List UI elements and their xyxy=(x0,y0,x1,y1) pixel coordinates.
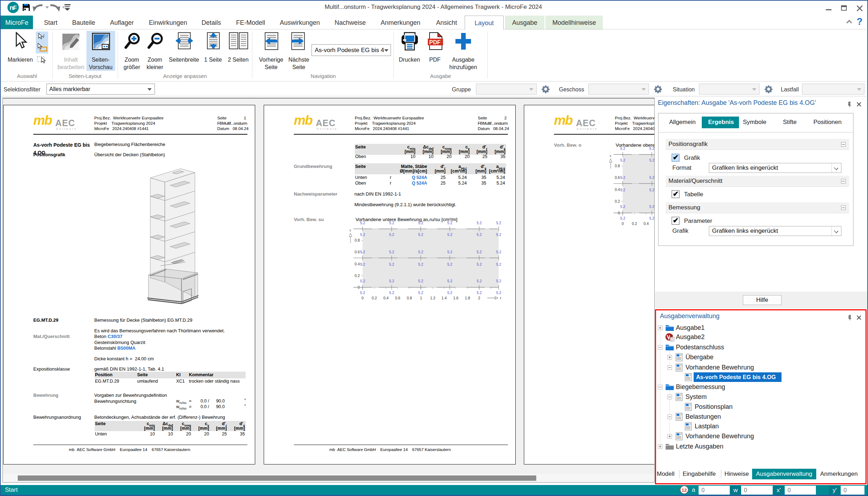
svg-text:5.2: 5.2 xyxy=(620,216,625,220)
svg-text:0.4: 0.4 xyxy=(615,187,620,192)
svg-text:0.2: 0.2 xyxy=(615,199,620,203)
svg-text:5.2: 5.2 xyxy=(389,233,394,237)
svg-text:5.2: 5.2 xyxy=(360,250,365,254)
svg-text:1.4: 1.4 xyxy=(442,296,447,300)
svg-text:0.2: 0.2 xyxy=(632,221,637,226)
svg-text:1.8: 1.8 xyxy=(465,296,470,300)
svg-text:5.2: 5.2 xyxy=(620,205,625,209)
svg-text:1.2: 1.2 xyxy=(430,296,436,300)
svg-text:5.2: 5.2 xyxy=(418,233,423,237)
svg-text:0: 0 xyxy=(622,221,624,226)
svg-text:0.6: 0.6 xyxy=(354,250,360,254)
svg-text:0.6: 0.6 xyxy=(395,296,401,300)
svg-text:5.2: 5.2 xyxy=(389,291,394,295)
svg-text:5.2: 5.2 xyxy=(360,279,365,283)
svg-text:5.2: 5.2 xyxy=(649,176,654,180)
svg-text:0.8: 0.8 xyxy=(354,238,360,242)
svg-text:5.2: 5.2 xyxy=(620,147,625,151)
svg-text:5.2: 5.2 xyxy=(649,147,654,151)
svg-text:5.2: 5.2 xyxy=(447,279,452,283)
svg-text:5.2: 5.2 xyxy=(360,221,365,225)
svg-text:5.2: 5.2 xyxy=(496,221,501,225)
svg-text:0.8: 0.8 xyxy=(407,296,412,300)
svg-text:5.2: 5.2 xyxy=(447,291,452,295)
svg-text:5.2: 5.2 xyxy=(620,188,625,192)
svg-text:5.2: 5.2 xyxy=(418,279,423,283)
svg-text:5.2: 5.2 xyxy=(649,188,654,192)
svg-text:5.2: 5.2 xyxy=(418,250,423,254)
svg-text:5.2: 5.2 xyxy=(620,176,625,180)
svg-text:5.2: 5.2 xyxy=(477,279,482,283)
svg-text:s: s xyxy=(610,154,611,158)
svg-text:5.2: 5.2 xyxy=(496,263,501,266)
svg-text:5.2: 5.2 xyxy=(477,291,482,295)
svg-text:5.2: 5.2 xyxy=(496,291,501,295)
svg-text:Vorhandene untere Bewehrung as: Vorhandene untere Bewehrung as,ru/su [cm… xyxy=(355,217,457,222)
svg-text:5.2: 5.2 xyxy=(477,221,482,225)
svg-text:0.4: 0.4 xyxy=(644,221,649,226)
svg-text:5.2: 5.2 xyxy=(649,216,654,220)
svg-text:5.2: 5.2 xyxy=(477,263,482,266)
svg-text:5.2: 5.2 xyxy=(360,263,365,266)
svg-text:5.2: 5.2 xyxy=(620,158,625,162)
svg-text:0.4: 0.4 xyxy=(383,296,389,300)
svg-text:0.8: 0.8 xyxy=(615,164,620,168)
svg-text:PDF: PDF xyxy=(429,39,441,45)
svg-text:0.2: 0.2 xyxy=(354,274,360,278)
svg-text:5.2: 5.2 xyxy=(389,279,394,283)
svg-text:0.2: 0.2 xyxy=(372,296,377,300)
svg-text:5.2: 5.2 xyxy=(447,263,452,266)
svg-text:5.2: 5.2 xyxy=(496,250,501,254)
svg-text:5.2: 5.2 xyxy=(360,291,365,295)
svg-text:r: r xyxy=(500,296,502,300)
svg-text:1.6: 1.6 xyxy=(453,296,459,300)
svg-text:5.2: 5.2 xyxy=(649,205,654,209)
svg-text:5.2: 5.2 xyxy=(477,250,482,254)
svg-text:5.2: 5.2 xyxy=(447,221,452,225)
svg-text:5.2: 5.2 xyxy=(418,291,423,295)
svg-text:5.2: 5.2 xyxy=(496,233,501,237)
svg-text:0.6: 0.6 xyxy=(615,175,620,180)
svg-text:5.2: 5.2 xyxy=(389,263,394,266)
svg-text:s: s xyxy=(349,229,351,232)
svg-text:5.2: 5.2 xyxy=(389,221,394,225)
svg-text:5.2: 5.2 xyxy=(447,250,452,254)
svg-text:2: 2 xyxy=(478,296,480,300)
svg-text:1: 1 xyxy=(420,296,422,300)
svg-text:5.2: 5.2 xyxy=(496,279,501,283)
svg-text:5.2: 5.2 xyxy=(447,233,452,237)
svg-text:5.2: 5.2 xyxy=(418,263,423,266)
svg-text:5.2: 5.2 xyxy=(360,233,365,237)
svg-text:5.2: 5.2 xyxy=(389,250,394,254)
svg-text:5.2: 5.2 xyxy=(418,221,423,225)
svg-text:0: 0 xyxy=(362,296,364,300)
svg-text:i: i xyxy=(43,34,44,39)
svg-text:5.2: 5.2 xyxy=(477,233,482,237)
svg-text:0.4: 0.4 xyxy=(354,262,360,266)
svg-text:5.2: 5.2 xyxy=(649,158,654,162)
